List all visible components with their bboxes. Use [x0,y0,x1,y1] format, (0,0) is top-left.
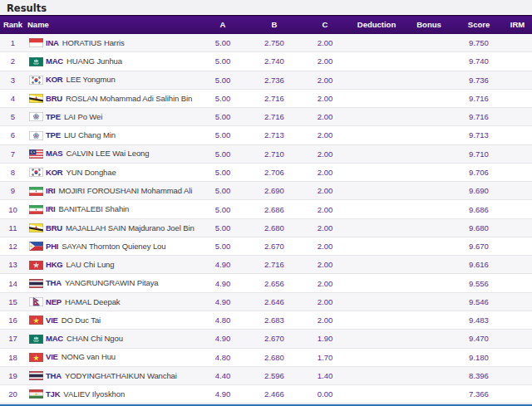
cell-rank: 11 [0,218,26,237]
flag-tpe-icon [29,112,43,121]
cell-a: 4.80 [197,311,249,329]
cell-name: TPELAI Po Wei [26,108,197,126]
cell-c: 2.00 [300,311,350,329]
table-row: 7MASCALVIN LEE Wai Leong5.002.7102.009.7… [0,144,532,163]
cell-b: 2.680 [249,218,300,237]
cell-deduction [350,366,400,384]
cell-bonus [400,292,458,311]
athlete-name: YODYINGHATHAIKUN Wanchai [65,371,177,380]
noc-code: BRU [46,223,62,232]
column-header-irm: IRM [500,16,532,34]
cell-irm [500,71,532,89]
table-row: 20TJKVALIEV Ilyoskhon4.902.4660.007.366 [0,385,532,404]
cell-a: 5.00 [197,52,249,71]
table-row: 8KORYUN Donghae5.002.7062.009.706 [0,163,532,181]
noc-code: IRI [46,186,56,195]
cell-b: 2.750 [249,34,300,52]
window-bottom-edge [0,404,532,406]
noc-code: TPE [46,130,61,139]
cell-score: 9.706 [458,163,500,181]
cell-deduction [350,34,400,52]
flag-vie-icon [29,316,43,325]
cell-name: THAYANGRUNGRAWIN Pitaya [26,274,197,292]
flag-tpe-icon [29,131,43,140]
cell-bonus [400,385,458,404]
cell-b: 2.683 [249,311,300,329]
cell-name: IRIMOJIRI FOROUSHANI Mohammad Ali [26,182,197,200]
athlete-name: NONG van Huu [62,352,116,361]
cell-score: 9.680 [458,218,500,237]
flag-ina-icon [29,38,43,47]
cell-deduction [350,182,400,200]
cell-bonus [400,237,458,255]
cell-a: 4.90 [197,292,249,311]
cell-score: 9.750 [458,34,500,52]
cell-score: 9.483 [458,311,500,329]
table-row: 13HKGLAU Chi Lung4.902.7162.009.616 [0,256,532,274]
cell-c: 0.00 [300,385,350,404]
cell-deduction [350,274,400,292]
cell-c: 2.00 [300,52,350,71]
cell-score: 8.396 [458,366,500,384]
cell-a: 5.00 [197,144,249,163]
cell-bonus [400,144,458,163]
noc-code: TJK [46,389,60,399]
table-header-row: RankNameABCDeductionBonusScoreIRM [0,16,532,34]
cell-name: MACHUANG Junhua [26,52,197,71]
cell-b: 2.670 [249,237,300,255]
table-row: 11BRUMAJALLAH SAIN Majdurano Joel Bin5.0… [0,218,532,237]
results-title-bar: Results [0,0,532,15]
cell-c: 2.00 [300,256,350,274]
cell-rank: 18 [0,348,26,366]
cell-bonus [400,366,458,384]
column-header-c: C [300,16,350,34]
cell-deduction [350,237,400,255]
athlete-name: HAMAL Deepak [65,297,121,306]
flag-iri-icon [29,187,43,196]
cell-name: TPELIU Chang Min [26,126,197,144]
table-row: 6TPELIU Chang Min5.002.7132.009.713 [0,126,532,144]
cell-bonus [400,126,458,144]
table-row: 4BRUROSLAN Mohammad Adi Salihin Bin5.002… [0,89,532,107]
cell-score: 9.556 [458,274,500,292]
noc-code: MAC [46,334,63,343]
athlete-name: YANGRUNGRAWIN Pitaya [65,278,159,287]
column-header-score: Score [458,16,500,34]
cell-irm [500,144,532,163]
athlete-name: LAU Chi Lung [66,260,115,269]
cell-irm [500,256,532,274]
noc-code: VIE [46,316,58,325]
noc-code: PHI [46,242,58,251]
cell-c: 2.00 [300,34,350,52]
cell-bonus [400,52,458,71]
cell-score: 9.670 [458,237,500,255]
athlete-name: SAYAN Thornton Quieney Lou [62,242,165,251]
cell-irm [500,237,532,255]
cell-bonus [400,182,458,200]
cell-rank: 20 [0,385,26,404]
cell-irm [500,108,532,126]
cell-b: 2.656 [249,274,300,292]
cell-b: 2.713 [249,126,300,144]
cell-score: 9.740 [458,52,500,71]
noc-code: MAC [46,56,63,66]
noc-code: HKG [46,260,63,269]
cell-c: 2.00 [300,89,350,107]
cell-name: NEPHAMAL Deepak [26,292,197,311]
flag-nep-icon [29,297,43,306]
cell-deduction [350,311,400,329]
cell-score: 9.736 [458,71,500,89]
athlete-name: CALVIN LEE Wai Leong [66,149,150,158]
cell-name: BRUROSLAN Mohammad Adi Salihin Bin [26,89,197,107]
cell-a: 5.00 [197,237,249,255]
cell-rank: 7 [0,144,26,163]
cell-name: VIENONG van Huu [26,348,197,366]
cell-b: 2.736 [249,71,300,89]
cell-name: KORLEE Yongmun [26,71,197,89]
cell-c: 2.00 [300,144,350,163]
cell-a: 5.00 [197,34,249,52]
cell-irm [500,34,532,52]
column-header-rank: Rank [0,16,26,34]
cell-score: 9.713 [458,126,500,144]
cell-irm [500,366,532,384]
